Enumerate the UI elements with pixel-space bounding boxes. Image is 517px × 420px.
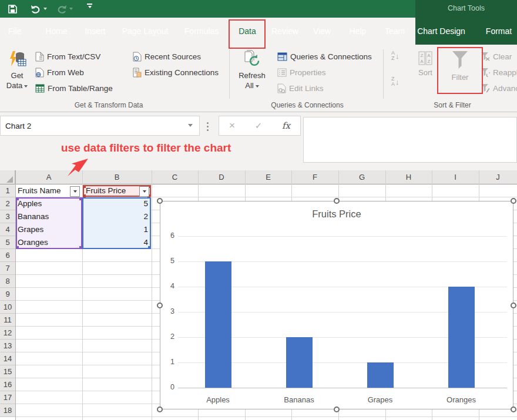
- row-header-18[interactable]: 18: [0, 404, 15, 417]
- insert-function-icon[interactable]: fx: [282, 120, 290, 131]
- tab-insert[interactable]: Insert: [80, 18, 110, 45]
- row-header-15[interactable]: 15: [0, 365, 15, 378]
- edit-links-button[interactable]: Edit Links: [277, 81, 324, 95]
- formula-bar-drag-handle[interactable]: [207, 121, 209, 132]
- chart-selection-handle[interactable]: [511, 406, 516, 412]
- sort-ascending-button[interactable]: AZ↓: [391, 51, 400, 61]
- cell-a2[interactable]: Apples: [18, 197, 76, 210]
- row-header-14[interactable]: 14: [0, 352, 15, 365]
- tab-team[interactable]: Team: [378, 18, 411, 45]
- tab-file[interactable]: File: [2, 18, 27, 45]
- row-header-3[interactable]: 3: [0, 210, 15, 223]
- range-handle-purple[interactable]: [79, 197, 82, 200]
- chart-bar-apples[interactable]: [205, 261, 231, 388]
- range-handle-red[interactable]: [83, 185, 86, 188]
- from-web-button[interactable]: From Web: [35, 65, 84, 79]
- fruits-price-chart[interactable]: Fruits Price 0123456ApplesBananasGrapesO…: [160, 201, 513, 409]
- cell-a5[interactable]: Oranges: [18, 236, 76, 249]
- cell-b1[interactable]: Fruits Price: [86, 184, 136, 197]
- row-header-12[interactable]: 12: [0, 327, 15, 340]
- row-header-5[interactable]: 5: [0, 236, 15, 249]
- row-header-2[interactable]: 2: [0, 197, 15, 210]
- sort-button[interactable]: ZA AZ Sort: [410, 48, 441, 100]
- row-header-1[interactable]: 1: [0, 184, 15, 197]
- range-handle-purple[interactable]: [16, 246, 19, 249]
- chart-selection-handle[interactable]: [157, 303, 163, 308]
- reapply-filter-button[interactable]: Reapply: [481, 65, 517, 79]
- row-header-17[interactable]: 17: [0, 391, 15, 404]
- cell-a3[interactable]: Bananas: [18, 210, 76, 223]
- row-header-10[interactable]: 10: [0, 301, 15, 314]
- range-handle-purple[interactable]: [16, 197, 19, 200]
- chart-selection-handle[interactable]: [157, 198, 163, 204]
- row-header-11[interactable]: 11: [0, 314, 15, 327]
- cell-b5[interactable]: 4: [88, 236, 148, 249]
- undo-dropdown-icon[interactable]: [43, 8, 47, 10]
- recent-sources-button[interactable]: Recent Sources: [133, 49, 201, 63]
- filter-dropdown-fruits-price[interactable]: [139, 186, 149, 197]
- row-header-13[interactable]: 13: [0, 340, 15, 352]
- row-header-8[interactable]: 8: [0, 275, 15, 288]
- column-header-b[interactable]: B: [82, 170, 152, 184]
- column-header-h[interactable]: H: [385, 170, 432, 184]
- customize-qat-button[interactable]: [87, 4, 92, 14]
- tab-review[interactable]: Review: [267, 18, 303, 45]
- undo-button[interactable]: [31, 4, 47, 14]
- enter-icon[interactable]: ✓: [255, 120, 263, 131]
- save-button[interactable]: [8, 4, 17, 14]
- filter-dropdown-fruits-name[interactable]: [70, 186, 80, 197]
- column-header-i[interactable]: I: [432, 170, 479, 184]
- name-box-dropdown-icon[interactable]: [188, 124, 193, 127]
- chart-bar-oranges[interactable]: [448, 287, 475, 388]
- tab-page-layout[interactable]: Page Layout: [116, 18, 174, 45]
- properties-button[interactable]: Properties: [277, 65, 326, 79]
- range-handle-red[interactable]: [83, 194, 86, 197]
- tab-format[interactable]: Format: [481, 18, 517, 45]
- row-header-16[interactable]: 16: [0, 378, 15, 391]
- column-header-d[interactable]: D: [198, 170, 245, 184]
- chart-selection-handle[interactable]: [511, 303, 516, 308]
- queries-connections-button[interactable]: Queries & Connections: [277, 49, 372, 63]
- row-header-4[interactable]: 4: [0, 223, 15, 236]
- advanced-filter-button[interactable]: Advanced: [481, 81, 517, 95]
- chart-selection-handle[interactable]: [511, 198, 516, 204]
- range-handle-purple[interactable]: [79, 246, 82, 249]
- chart-bar-bananas[interactable]: [286, 337, 313, 388]
- cell-b4[interactable]: 1: [88, 223, 148, 236]
- cell-b2[interactable]: 5: [88, 197, 148, 210]
- from-table-range-button[interactable]: From Table/Range: [35, 81, 113, 95]
- tab-chart-design[interactable]: Chart Design: [416, 18, 466, 45]
- existing-connections-button[interactable]: Existing Connections: [133, 65, 219, 79]
- tab-view[interactable]: View: [307, 18, 337, 45]
- chart-selection-handle[interactable]: [334, 198, 340, 204]
- column-header-j[interactable]: J: [479, 170, 517, 184]
- formula-bar-input[interactable]: [303, 117, 517, 163]
- row-header-9[interactable]: 9: [0, 288, 15, 301]
- sort-descending-button[interactable]: ZA↓: [391, 76, 400, 87]
- chart-selection-handle[interactable]: [157, 406, 163, 412]
- row-header-7[interactable]: 7: [0, 262, 15, 275]
- tab-formulas[interactable]: Formulas: [180, 18, 223, 45]
- tab-help[interactable]: Help: [343, 18, 372, 45]
- redo-button[interactable]: [56, 4, 73, 14]
- column-header-g[interactable]: G: [338, 170, 385, 184]
- cell-b3[interactable]: 2: [88, 210, 148, 223]
- from-text-csv-button[interactable]: From Text/CSV: [35, 49, 100, 63]
- cancel-icon[interactable]: ×: [229, 120, 235, 132]
- get-data-button[interactable]: Get Data: [1, 48, 33, 100]
- column-header-f[interactable]: F: [291, 170, 338, 184]
- column-header-e[interactable]: E: [245, 170, 291, 184]
- refresh-all-button[interactable]: Refresh All: [234, 48, 270, 100]
- chart-selection-handle[interactable]: [334, 406, 340, 412]
- redo-dropdown-icon[interactable]: [69, 8, 73, 10]
- chart-bar-grapes[interactable]: [367, 362, 394, 388]
- select-all-corner[interactable]: [0, 170, 15, 184]
- column-header-c[interactable]: C: [152, 170, 198, 184]
- tab-home[interactable]: Home: [41, 18, 72, 45]
- name-box[interactable]: Chart 2: [0, 116, 200, 136]
- range-handle-blue[interactable]: [148, 246, 151, 249]
- clear-filter-button[interactable]: Clear: [481, 49, 512, 63]
- row-header-6[interactable]: 6: [0, 249, 15, 262]
- cell-a1[interactable]: Fruits Name: [18, 184, 68, 197]
- cell-a4[interactable]: Grapes: [18, 223, 76, 236]
